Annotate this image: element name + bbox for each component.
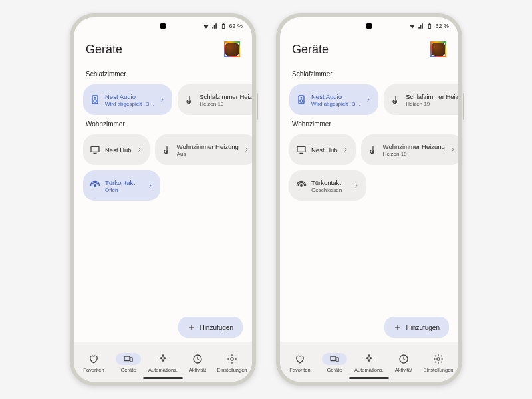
fab-label: Hinzufügen <box>200 324 233 331</box>
device-tile-nest-audio[interactable]: Nest Audio Wird abgespielt · 3… <box>83 84 172 115</box>
svg-rect-15 <box>297 146 305 152</box>
nav-label: Aktivität <box>395 367 412 373</box>
svg-point-1 <box>94 98 95 98</box>
device-tile-door-contact[interactable]: Türkontakt Geschlossen <box>289 170 366 201</box>
phone-frame-right: 62 % Geräte Schlafzimmer Nest Audio Wird… <box>276 13 462 386</box>
tile-subtitle: Heizen 19 <box>383 151 445 157</box>
tile-title: Nest Hub <box>105 146 132 154</box>
device-tile-living-heating[interactable]: Wohnzimmer Heizung Heizen 19 <box>361 134 458 165</box>
device-tile-door-contact[interactable]: Türkontakt Offen <box>83 170 160 201</box>
svg-point-12 <box>301 98 301 98</box>
fab-label: Hinzufügen <box>406 324 440 331</box>
device-tile-bedroom-heating[interactable]: Schlafzimmer Heizung Heizen 19 <box>178 84 252 115</box>
signal-icon <box>418 23 424 29</box>
svg-point-5 <box>166 151 168 153</box>
phone-screen: 62 % Geräte Schlafzimmer Nest Audio Wird… <box>74 17 252 382</box>
svg-point-21 <box>437 358 440 360</box>
display-icon <box>296 144 307 155</box>
chevron-right-icon <box>136 146 143 153</box>
wifi-icon <box>203 23 209 29</box>
heart-icon <box>294 353 306 365</box>
devices-icon <box>322 353 347 365</box>
nav-automations[interactable]: Automations. <box>146 353 180 373</box>
nav-devices[interactable]: Geräte <box>111 353 146 373</box>
chevron-right-icon <box>147 182 154 189</box>
tile-title: Schlafzimmer Heizung <box>406 93 458 100</box>
nav-automations[interactable]: Automations. <box>352 353 386 373</box>
tile-title: Wohnzimmer Heizung <box>383 143 445 150</box>
svg-point-13 <box>300 100 303 102</box>
chevron-right-icon <box>159 96 166 103</box>
thermostat-icon <box>368 144 378 155</box>
tile-title: Wohnzimmer Heizung <box>177 143 239 150</box>
speaker-icon <box>296 94 307 105</box>
tile-subtitle: Geschlossen <box>311 187 348 193</box>
tile-subtitle: Heizen 19 <box>200 101 252 107</box>
svg-rect-19 <box>336 358 338 362</box>
tile-subtitle: Aus <box>177 151 239 157</box>
phone-screen: 62 % Geräte Schlafzimmer Nest Audio Wird… <box>280 17 458 382</box>
header: Geräte <box>280 35 458 66</box>
nav-label: Favoriten <box>83 367 104 373</box>
tile-title: Nest Audio <box>311 93 360 100</box>
battery-icon <box>426 23 433 29</box>
nav-activity[interactable]: Aktivität <box>180 353 215 373</box>
nav-settings[interactable]: Einstellungen <box>421 353 456 373</box>
thermostat-icon <box>390 94 401 105</box>
devices-icon <box>116 353 141 365</box>
bottom-nav: Favoriten Geräte Automations. Aktivität … <box>280 342 458 382</box>
chevron-right-icon <box>365 96 372 103</box>
add-device-button[interactable]: Hinzufügen <box>384 317 449 338</box>
nav-activity[interactable]: Aktivität <box>386 353 421 373</box>
room-label: Schlafzimmer <box>292 70 446 78</box>
nav-favorites[interactable]: Favoriten <box>283 353 317 373</box>
device-tile-living-heating[interactable]: Wohnzimmer Heizung Aus <box>155 134 252 165</box>
svg-point-10 <box>231 358 233 360</box>
room-label: Schlafzimmer <box>86 70 240 78</box>
nav-settings[interactable]: Einstellungen <box>215 353 249 373</box>
sensor-icon <box>296 180 307 191</box>
device-list: Schlafzimmer Nest Audio Wird abgespielt … <box>74 66 252 342</box>
battery-percent: 62 % <box>229 23 243 29</box>
speaker-icon <box>90 94 100 105</box>
home-indicator <box>349 377 389 379</box>
nav-label: Geräte <box>327 367 342 373</box>
page-title: Geräte <box>86 43 122 57</box>
device-tile-bedroom-heating[interactable]: Schlafzimmer Heizung Heizen 19 <box>384 84 458 115</box>
nav-devices[interactable]: Geräte <box>317 353 352 373</box>
heart-icon <box>88 353 100 365</box>
avatar[interactable] <box>430 41 446 57</box>
device-tile-nest-hub[interactable]: Nest Hub <box>289 134 356 165</box>
tile-subtitle: Wird abgespielt · 3… <box>105 101 154 107</box>
svg-point-6 <box>94 185 96 187</box>
plus-icon <box>188 323 196 331</box>
gear-icon <box>226 353 238 365</box>
svg-point-17 <box>301 185 303 187</box>
plus-icon <box>394 323 402 331</box>
nav-label: Einstellungen <box>423 367 453 373</box>
home-indicator <box>143 377 183 379</box>
device-list: Schlafzimmer Nest Audio Wird abgespielt … <box>280 66 458 342</box>
svg-rect-8 <box>130 358 132 362</box>
device-tile-nest-hub[interactable]: Nest Hub <box>83 134 150 165</box>
chevron-right-icon <box>342 146 349 153</box>
tile-title: Türkontakt <box>105 179 142 186</box>
svg-point-3 <box>189 101 191 103</box>
device-tile-nest-audio[interactable]: Nest Audio Wird abgespielt · 3… <box>289 84 378 115</box>
room-label: Wohnzimmer <box>292 120 446 128</box>
sparkle-icon <box>157 353 169 365</box>
tile-subtitle: Heizen 19 <box>406 101 458 107</box>
nav-favorites[interactable]: Favoriten <box>76 353 111 373</box>
camera-notch <box>366 23 372 29</box>
page-title: Geräte <box>292 43 329 57</box>
avatar[interactable] <box>224 41 240 57</box>
svg-point-16 <box>372 151 374 153</box>
nav-label: Geräte <box>121 367 136 373</box>
svg-rect-4 <box>91 146 99 152</box>
tile-subtitle: Wird abgespielt · 3… <box>311 101 360 107</box>
add-device-button[interactable]: Hinzufügen <box>178 317 243 338</box>
thermostat-icon <box>162 144 172 155</box>
nav-label: Automations. <box>354 367 384 373</box>
camera-notch <box>160 23 166 29</box>
chevron-right-icon <box>243 146 250 153</box>
